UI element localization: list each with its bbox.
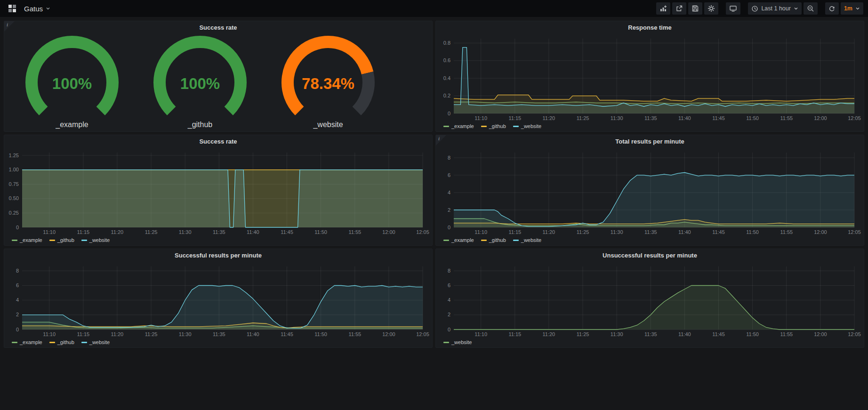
panel-title[interactable]: Total results per minute [615, 138, 684, 145]
legend-item-_example[interactable]: _example [443, 123, 474, 129]
legend-item-_github[interactable]: _github [49, 237, 74, 243]
svg-text:11:25: 11:25 [145, 229, 158, 235]
unsuccessful-results-chart[interactable]: 0246811:1011:1511:2011:2511:3011:3511:40… [438, 262, 862, 338]
add-panel-button[interactable] [656, 2, 670, 15]
time-range-picker[interactable]: Last 1 hour [748, 2, 802, 15]
dashboard-title-dropdown[interactable]: Gatus [24, 5, 50, 13]
svg-text:0: 0 [448, 327, 450, 332]
dashboards-grid-icon-button[interactable] [5, 2, 20, 15]
response-time-chart[interactable]: 00.20.40.60.811:1011:1511:2011:2511:3011… [438, 34, 862, 122]
svg-text:0.25: 0.25 [9, 210, 19, 216]
svg-text:0: 0 [448, 225, 450, 230]
save-dashboard-button[interactable] [688, 2, 702, 15]
zoom-out-time-button[interactable] [804, 2, 818, 15]
navbar: Gatus [0, 0, 868, 17]
svg-text:11:55: 11:55 [348, 229, 361, 235]
panel-header[interactable]: Success rate [4, 135, 432, 148]
panel-title[interactable]: Successful results per minute [175, 252, 262, 259]
chart-legend: _example_github_website [6, 236, 430, 244]
svg-text:2: 2 [448, 207, 450, 213]
svg-text:0: 0 [16, 225, 19, 230]
svg-text:11:10: 11:10 [474, 331, 487, 337]
zoom-out-icon [807, 5, 814, 12]
svg-text:11:55: 11:55 [780, 229, 793, 235]
legend-item-_example[interactable]: _example [12, 339, 42, 345]
success-rate-gauges[interactable]: 100%_example100%_github78.34%_website [6, 34, 430, 130]
legend-item-_website[interactable]: _website [443, 339, 472, 345]
cycle-view-mode-button[interactable] [726, 2, 740, 15]
panel-header[interactable]: Response time [436, 21, 864, 34]
total-results-chart[interactable]: 0246811:1011:1511:2011:2511:3011:3511:40… [438, 148, 862, 236]
svg-text:11:55: 11:55 [780, 331, 793, 337]
legend-item-_github[interactable]: _github [49, 339, 74, 345]
panel-info-icon[interactable]: i [4, 21, 15, 32]
caret-down-icon [794, 6, 798, 11]
svg-text:4: 4 [448, 190, 450, 195]
svg-text:11:50: 11:50 [314, 229, 327, 235]
svg-text:11:30: 11:30 [611, 115, 623, 121]
panel-info-icon[interactable]: i [436, 135, 446, 145]
share-dashboard-button[interactable] [672, 2, 686, 15]
legend-item-_website[interactable]: _website [81, 339, 110, 345]
refresh-interval-dropdown[interactable]: 1m [841, 2, 863, 15]
svg-text:11:30: 11:30 [179, 331, 192, 337]
svg-text:11:55: 11:55 [780, 115, 793, 121]
panel-title[interactable]: Response time [628, 24, 671, 31]
panel-header[interactable]: Successful results per minute [4, 249, 432, 262]
chart-legend: _example_github_website [6, 338, 430, 346]
chart-legend: _example_github_website [438, 122, 862, 130]
svg-text:11:30: 11:30 [611, 229, 623, 235]
tv-icon [729, 5, 737, 12]
svg-text:11:35: 11:35 [213, 331, 225, 337]
svg-text:12:00: 12:00 [382, 331, 395, 337]
panel-header[interactable]: Success rate [4, 21, 432, 34]
svg-text:11:20: 11:20 [543, 229, 555, 235]
panel-title[interactable]: Success rate [199, 24, 237, 31]
svg-text:11:25: 11:25 [577, 115, 589, 121]
svg-text:11:20: 11:20 [111, 229, 124, 235]
svg-text:12:00: 12:00 [814, 115, 827, 121]
panel-title[interactable]: Success rate [199, 138, 237, 145]
panel-total-results: i Total results per minute 0246811:1011:… [435, 135, 864, 246]
svg-text:11:40: 11:40 [678, 115, 691, 121]
svg-text:11:20: 11:20 [543, 115, 555, 121]
legend-item-_example[interactable]: _example [443, 237, 474, 243]
svg-text:11:20: 11:20 [111, 331, 124, 337]
legend-item-_website[interactable]: _website [81, 237, 110, 243]
legend-item-_github[interactable]: _github [481, 237, 506, 243]
refresh-button[interactable] [825, 2, 839, 15]
svg-text:0.2: 0.2 [443, 93, 450, 98]
svg-text:100%: 100% [52, 75, 92, 92]
svg-text:11:15: 11:15 [77, 331, 89, 337]
svg-text:11:30: 11:30 [179, 229, 192, 235]
refresh-interval-label: 1m [844, 5, 852, 12]
success-rate-chart[interactable]: 00.250.500.751.001.2511:1011:1511:2011:2… [6, 148, 430, 236]
chart-legend: _example_github_website [438, 236, 862, 244]
svg-text:0.4: 0.4 [443, 75, 450, 81]
svg-text:2: 2 [448, 312, 450, 317]
svg-text:11:10: 11:10 [43, 331, 56, 337]
panel-header[interactable]: Total results per minute [436, 135, 864, 148]
svg-text:12:05: 12:05 [416, 229, 429, 235]
panel-header[interactable]: Unsuccessful results per minute [436, 249, 864, 262]
svg-text:11:30: 11:30 [611, 331, 623, 337]
svg-text:2: 2 [16, 312, 19, 317]
svg-text:12:00: 12:00 [814, 331, 827, 337]
gauge-_example: 100%_example [8, 35, 136, 129]
svg-text:11:45: 11:45 [712, 115, 725, 121]
legend-item-_website[interactable]: _website [513, 237, 541, 243]
legend-item-_website[interactable]: _website [513, 123, 541, 129]
legend-item-_example[interactable]: _example [12, 237, 42, 243]
legend-item-_github[interactable]: _github [481, 123, 506, 129]
refresh-icon [828, 5, 836, 12]
dashboard-settings-button[interactable] [704, 2, 718, 15]
svg-text:6: 6 [448, 172, 450, 178]
panel-title[interactable]: Unsuccessful results per minute [603, 252, 697, 259]
gauge-_website: 78.34%_website [264, 35, 392, 129]
panel-success-rate-gauges: i Success rate 100%_example100%_github78… [4, 21, 433, 132]
panel-successful-results: Successful results per minute 0246811:10… [4, 249, 433, 348]
successful-results-chart[interactable]: 0246811:1011:1511:2011:2511:3011:3511:40… [6, 262, 430, 338]
gauge-label: _github [188, 121, 213, 129]
svg-text:0: 0 [448, 111, 450, 116]
svg-text:8: 8 [16, 268, 19, 273]
